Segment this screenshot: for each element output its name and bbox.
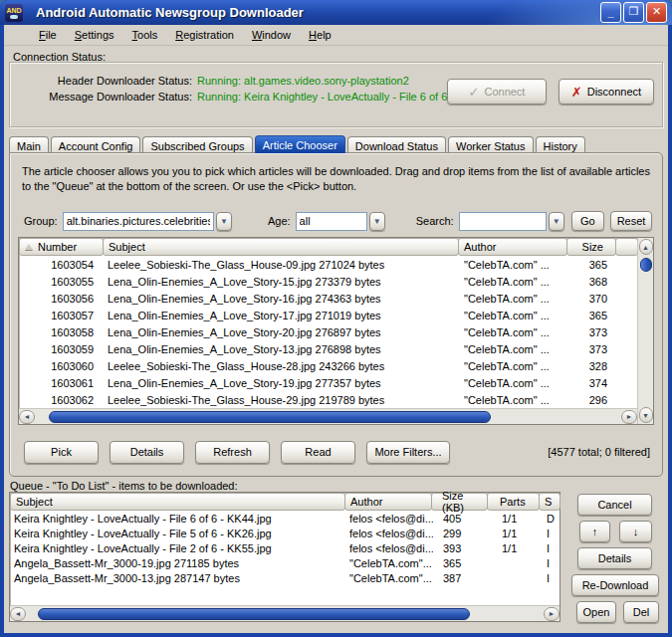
queue-table-header: Subject Author Size (KB) Parts S (10, 493, 560, 511)
sort-ascending-icon (25, 244, 33, 250)
menu-item[interactable]: Settings (66, 27, 123, 43)
del-button[interactable]: Del (623, 601, 659, 623)
pick-button[interactable]: Pick (24, 441, 99, 464)
column-header-subject[interactable]: Subject (10, 493, 345, 511)
menu-item[interactable]: Tools (123, 27, 167, 43)
reset-button[interactable]: Reset (610, 211, 652, 231)
search-label: Search: (416, 215, 454, 227)
window-body: FileSettingsToolsRegistrationWindowHelp … (4, 25, 668, 633)
scroll-right-icon[interactable]: ► (544, 607, 560, 621)
scroll-down-icon[interactable]: ▼ (639, 407, 653, 423)
queue-horizontal-scrollbar[interactable]: ◄ ► (10, 605, 560, 621)
queue-rows: Keira Knightley - LoveActually - File 6 … (10, 511, 560, 605)
scroll-right-icon[interactable]: ► (621, 410, 637, 424)
message-downloader-label: Message Downloader Status: (20, 91, 197, 103)
article-row[interactable]: 1603054 Leelee_Sobieski-The_Glass_House-… (19, 256, 637, 273)
article-row[interactable]: 1603055 Lena_Olin-Enemies_A_Love_Story-1… (19, 273, 637, 290)
scroll-left-icon[interactable]: ◄ (10, 607, 26, 621)
scrollbar-thumb[interactable] (640, 258, 652, 272)
article-row[interactable]: 1603058 Lena_Olin-Enemies_A_Love_Story-2… (19, 323, 637, 340)
menu-item[interactable]: Window (243, 27, 300, 43)
tab-account-config[interactable]: Account Config (51, 136, 141, 153)
chevron-down-icon: ▼ (553, 217, 560, 226)
maximize-button[interactable]: ❐ (623, 2, 644, 23)
article-rows: 1603054 Leelee_Sobieski-The_Glass_House-… (19, 256, 637, 408)
queue-row[interactable]: Angela_Bassett-Mr_3000-19.jpg 271185 byt… (10, 555, 560, 570)
connection-status-group: Header Downloader Status: Running: alt.g… (9, 62, 663, 127)
go-button[interactable]: Go (571, 211, 604, 231)
scrollbar-thumb[interactable] (49, 411, 492, 423)
queue-row[interactable]: Keira Knightley - LoveActually - File 5 … (10, 526, 560, 540)
menu-item[interactable]: Help (300, 27, 340, 43)
menu-item[interactable]: Registration (166, 27, 243, 43)
more-filters-button[interactable]: More Filters... (366, 441, 450, 464)
group-label: Group: (24, 215, 58, 227)
tab-main[interactable]: Main (9, 136, 49, 153)
minimize-button[interactable]: _ (600, 2, 621, 23)
scrollbar-thumb[interactable] (38, 608, 469, 620)
age-input[interactable] (296, 212, 367, 231)
move-down-button[interactable]: ↓ (619, 521, 652, 542)
details-button[interactable]: Details (110, 441, 184, 464)
column-header-number[interactable]: Number (19, 238, 104, 256)
minimize-icon: _ (607, 7, 613, 18)
column-header-author[interactable]: Author (458, 238, 567, 256)
search-input[interactable] (459, 212, 547, 231)
article-row[interactable]: 1603060 Leelee_Sobieski-The_Glass_House-… (19, 357, 637, 374)
group-input[interactable] (63, 212, 214, 231)
column-header-filler (615, 238, 637, 256)
read-button[interactable]: Read (281, 441, 355, 464)
menu-bar: FileSettingsToolsRegistrationWindowHelp (4, 25, 668, 46)
tab-strip: Main Account Config Subscribed Groups Ar… (9, 135, 587, 153)
connect-button[interactable]: ✓ Connect (447, 79, 547, 105)
maximize-icon: ❐ (629, 6, 639, 17)
total-filtered-count: [4577 total; 0 filtered] (548, 446, 650, 458)
x-icon: ✗ (571, 85, 582, 100)
scroll-left-icon[interactable]: ◄ (19, 410, 35, 424)
column-header-size[interactable]: Size (566, 238, 616, 256)
column-header-parts[interactable]: Parts (487, 493, 540, 511)
scroll-up-icon[interactable]: ▲ (639, 239, 653, 255)
refresh-button[interactable]: Refresh (195, 441, 270, 464)
close-icon: ✕ (652, 6, 661, 17)
article-row[interactable]: 1603061 Lena_Olin-Enemies_A_Love_Story-1… (19, 374, 637, 391)
article-horizontal-scrollbar[interactable]: ◄ ► (19, 408, 637, 424)
move-up-button[interactable]: ↑ (579, 521, 610, 542)
gem-icon (10, 15, 18, 19)
article-table-header: Number Subject Author Size (19, 238, 637, 256)
cancel-button[interactable]: Cancel (577, 494, 652, 516)
group-dropdown-button[interactable]: ▼ (216, 212, 232, 231)
column-header-author[interactable]: Author (344, 493, 432, 511)
queue-details-button[interactable]: Details (577, 547, 652, 569)
disconnect-button[interactable]: ✗ Disconnect (559, 79, 654, 105)
age-label: Age: (268, 215, 291, 227)
close-button[interactable]: ✕ (646, 2, 667, 23)
open-button[interactable]: Open (576, 601, 616, 623)
queue-row[interactable]: Keira Knightley - LoveActually - File 6 … (10, 511, 560, 526)
check-icon: ✓ (469, 85, 480, 100)
tab-subscribed-groups[interactable]: Subscribed Groups (142, 136, 252, 153)
column-header-status[interactable]: S (539, 493, 560, 511)
age-dropdown-button[interactable]: ▼ (369, 212, 385, 231)
chevron-down-icon: ▼ (373, 217, 381, 226)
article-row[interactable]: 1603057 Lena_Olin-Enemies_A_Love_Story-1… (19, 307, 637, 323)
tab-worker-status[interactable]: Worker Status (448, 136, 534, 153)
column-header-size-kb[interactable]: Size (KB) (431, 493, 488, 511)
queue-table: Subject Author Size (KB) Parts S Keira K… (9, 492, 560, 622)
column-header-subject[interactable]: Subject (103, 238, 459, 256)
tab-history[interactable]: History (536, 136, 585, 153)
menu-item[interactable]: File (30, 27, 66, 43)
queue-row[interactable]: Keira Knightley - LoveActually - File 2 … (10, 540, 560, 555)
article-row[interactable]: 1603062 Leelee_Sobieski-The_Glass_House-… (19, 391, 637, 408)
redownload-button[interactable]: Re-Download (571, 574, 659, 596)
article-vertical-scrollbar[interactable]: ▲ ▼ (637, 238, 653, 424)
queue-row[interactable]: Angela_Bassett-Mr_3000-13.jpg 287147 byt… (10, 570, 560, 585)
arrow-up-icon: ↑ (592, 526, 598, 537)
queue-actions: Cancel ↑ ↓ Details Re-Download Open Del (564, 492, 664, 622)
tab-download-status[interactable]: Download Status (347, 136, 446, 153)
article-row[interactable]: 1603056 Lena_Olin-Enemies_A_Love_Story-1… (19, 290, 637, 307)
search-dropdown-button[interactable]: ▼ (549, 212, 564, 231)
tab-article-chooser[interactable]: Article Chooser (255, 135, 345, 153)
chooser-description: The article chooser allows you you to pi… (22, 164, 652, 194)
article-row[interactable]: 1603059 Lena_Olin-Enemies_A_Love_Story-1… (19, 340, 637, 357)
